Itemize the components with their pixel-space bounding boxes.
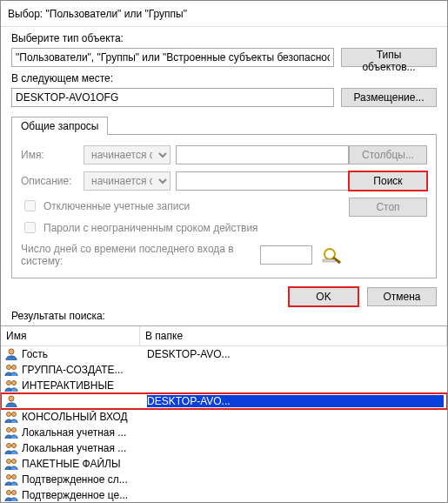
query-groupbox: Общие запросы Имя: начинается с Описание… — [11, 116, 437, 278]
col-header-folder[interactable]: В папке — [140, 326, 447, 345]
group-icon — [4, 488, 18, 502]
result-name: Локальная учетная ... — [22, 426, 144, 439]
query-side-buttons: Столбцы... Поиск Стоп — [358, 145, 427, 267]
svg-point-19 — [7, 491, 11, 495]
desc-input[interactable] — [176, 171, 349, 191]
results-row[interactable]: ГостьDESKTOP-AVO... — [1, 346, 447, 362]
no-pwd-expiry-checkbox[interactable] — [24, 222, 36, 233]
disabled-accounts-label: Отключенные учетные записи — [43, 200, 190, 212]
svg-point-9 — [7, 412, 11, 417]
group-icon — [4, 363, 18, 377]
object-type-section: Выберите тип объекта: Типы объектов... — [1, 27, 447, 67]
location-field[interactable] — [11, 88, 334, 107]
result-name: Гость — [22, 348, 144, 360]
disabled-accounts-checkbox[interactable] — [24, 200, 36, 211]
result-folder: DESKTOP-AVO... — [147, 348, 444, 360]
svg-point-10 — [12, 412, 17, 417]
results-row[interactable]: Подтвержденное сл... — [1, 472, 447, 487]
results-row[interactable]: Локальная учетная ... — [1, 440, 447, 456]
results-list[interactable]: Имя В папке ГостьDESKTOP-AVO...ГРУППА-СО… — [1, 326, 447, 502]
object-types-button[interactable]: Типы объектов... — [341, 48, 437, 67]
close-button[interactable] — [408, 1, 447, 27]
find-icon — [319, 245, 349, 265]
results-row[interactable]: ИНТЕРАКТИВНЫЕ — [1, 378, 447, 393]
days-since-logon-input[interactable] — [260, 245, 312, 265]
results-row[interactable]: ГРУППА-СОЗДАТЕ... — [1, 362, 447, 378]
columns-button[interactable]: Столбцы... — [349, 145, 427, 164]
results-pane: Имя В папке ГостьDESKTOP-AVO...ГРУППА-СО… — [1, 325, 447, 502]
search-button[interactable]: Поиск — [349, 171, 427, 191]
group-icon — [4, 426, 18, 439]
result-name: ГРУППА-СОЗДАТЕ... — [22, 364, 144, 376]
results-header: Имя В папке — [1, 326, 447, 346]
result-name: Подтвержденное сл... — [22, 473, 144, 486]
group-icon — [4, 457, 18, 471]
result-name: ИНТЕРАКТИВНЫЕ — [22, 379, 144, 392]
svg-point-17 — [7, 475, 11, 480]
svg-point-15 — [7, 459, 11, 464]
results-row[interactable]: DESKTOP-AVO... — [1, 393, 447, 409]
name-mode-select[interactable]: начинается с — [84, 145, 171, 164]
svg-point-5 — [12, 366, 17, 370]
query-form: Имя: начинается с Описание: начинается с… — [21, 145, 349, 267]
results-label: Результаты поиска: — [1, 310, 447, 325]
desc-mode-select[interactable]: начинается с — [84, 171, 171, 191]
svg-rect-2 — [323, 259, 335, 262]
results-row[interactable]: Локальная учетная ... — [1, 425, 447, 440]
location-section: В следующем месте: Размещение... — [1, 67, 447, 107]
days-since-logon-label: Число дней со времени последнего входа в… — [21, 243, 253, 267]
tab-common-queries[interactable]: Общие запросы — [11, 117, 108, 135]
svg-point-6 — [7, 381, 11, 386]
desc-label: Описание: — [21, 175, 78, 187]
svg-point-7 — [12, 381, 17, 386]
stop-button[interactable]: Стоп — [349, 198, 427, 217]
locations-button[interactable]: Размещение... — [341, 88, 437, 107]
svg-point-14 — [12, 444, 17, 448]
user-icon — [4, 347, 18, 361]
svg-point-12 — [12, 428, 17, 433]
group-icon — [4, 473, 18, 486]
object-type-field[interactable] — [11, 48, 334, 67]
location-label: В следующем месте: — [11, 72, 437, 84]
name-label: Имя: — [21, 149, 78, 161]
results-row[interactable]: КОНСОЛЬНЫЙ ВХОД — [1, 409, 447, 425]
name-input[interactable] — [176, 145, 349, 164]
result-folder: DESKTOP-AVO... — [147, 395, 444, 407]
cancel-button[interactable]: Отмена — [367, 287, 437, 306]
svg-point-11 — [7, 428, 11, 433]
svg-point-13 — [7, 444, 11, 448]
svg-point-16 — [12, 459, 17, 464]
svg-point-18 — [12, 475, 17, 480]
object-type-label: Выберите тип объекта: — [11, 32, 437, 44]
results-row[interactable]: Подтвержденное це... — [1, 487, 447, 502]
group-icon — [4, 379, 18, 392]
ok-button[interactable]: OK — [289, 287, 358, 306]
dialog-button-row: OK Отмена — [1, 278, 447, 310]
user-icon — [4, 394, 18, 408]
svg-point-3 — [9, 349, 14, 354]
col-header-name[interactable]: Имя — [1, 326, 140, 345]
tab-strip: Общие запросы — [11, 117, 437, 135]
result-name: Подтвержденное це... — [22, 489, 144, 501]
svg-point-20 — [12, 491, 17, 495]
result-name: КОНСОЛЬНЫЙ ВХОД — [22, 411, 144, 423]
svg-point-4 — [7, 366, 11, 370]
group-icon — [4, 441, 18, 455]
title-bar: Выбор: "Пользователи" или "Группы" — [1, 1, 447, 27]
results-row[interactable]: ПАКЕТНЫЕ ФАЙЛЫ — [1, 456, 447, 472]
result-name: ПАКЕТНЫЕ ФАЙЛЫ — [22, 458, 144, 470]
result-name: Локальная учетная ... — [22, 442, 144, 454]
group-icon — [4, 410, 18, 424]
no-pwd-expiry-label: Пароли с неограниченным сроком действия — [43, 222, 258, 234]
svg-point-8 — [9, 396, 14, 401]
window-title: Выбор: "Пользователи" или "Группы" — [8, 8, 408, 20]
